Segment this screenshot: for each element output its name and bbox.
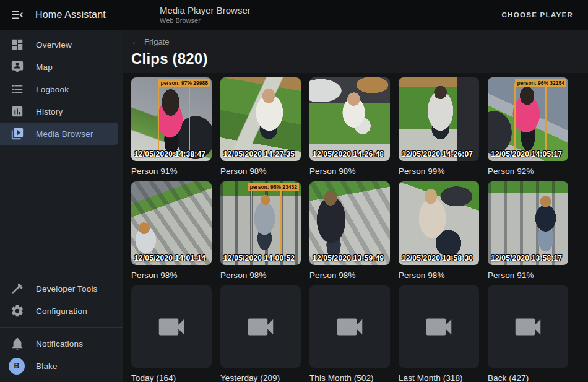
clip-timestamp: 12/05/2020 14:27:35 bbox=[223, 150, 295, 158]
folder-card-back[interactable]: Back (427) bbox=[488, 285, 568, 382]
clip-timestamp: 12/05/2020 14:00:52 bbox=[223, 254, 295, 263]
clip-timestamp: 12/05/2020 14:38:47 bbox=[134, 150, 205, 158]
clip-card[interactable]: 12/05/2020 14:27:35 Person 98% bbox=[220, 77, 301, 181]
clip-timestamp: 12/05/2020 13:58:30 bbox=[402, 254, 473, 263]
clip-card[interactable]: 12/05/2020 14:26:48 Person 98% bbox=[309, 77, 390, 181]
clips-row-2: 12/05/2020 14:01:14 Person 98% person: 9… bbox=[131, 181, 579, 285]
account-tooltip-icon bbox=[10, 59, 25, 74]
clip-thumbnail: 12/05/2020 13:59:49 bbox=[309, 181, 390, 265]
folder-thumbnail bbox=[488, 285, 568, 368]
folder-label: Yesterday (209) bbox=[220, 368, 301, 382]
detection-tag: person: 95% 23432 bbox=[248, 183, 299, 191]
clip-thumbnail: 12/05/2020 13:58:17 bbox=[488, 181, 568, 265]
folder-card-today[interactable]: Today (164) bbox=[131, 285, 212, 382]
sidebar-item-label: Map bbox=[36, 63, 53, 72]
sidebar-item-configuration[interactable]: Configuration bbox=[0, 300, 118, 322]
sidebar-item-label: Notifications bbox=[36, 339, 83, 349]
screen-subtitle: Web Browser bbox=[160, 16, 251, 25]
clip-thumbnail: 12/05/2020 14:01:14 bbox=[131, 181, 212, 265]
sidebar-item-label: Overview bbox=[36, 40, 72, 50]
sidebar-item-map[interactable]: Map bbox=[0, 56, 118, 78]
list-bulleted-icon bbox=[10, 82, 25, 97]
detection-tag: person: 97% 29988 bbox=[158, 79, 210, 87]
sidebar-item-label: History bbox=[36, 107, 63, 116]
sidebar-item-label: Configuration bbox=[36, 306, 87, 316]
clip-card[interactable]: 12/05/2020 13:59:49 Person 98% bbox=[309, 181, 390, 285]
folders-row: Today (164) Yesterday (209) bbox=[131, 285, 579, 382]
sidebar-item-profile[interactable]: B Blake bbox=[0, 355, 118, 377]
detection-bbox bbox=[158, 83, 190, 153]
video-camera-icon bbox=[511, 310, 545, 344]
sidebar-item-media-browser[interactable]: Media Browser bbox=[0, 123, 118, 145]
clip-timestamp: 12/05/2020 14:01:14 bbox=[134, 254, 205, 263]
clip-card[interactable]: 12/05/2020 13:58:30 Person 98% bbox=[399, 181, 479, 285]
avatar-initial: B bbox=[9, 358, 25, 375]
clip-card[interactable]: 12/05/2020 14:01:14 Person 98% bbox=[131, 181, 212, 285]
sidebar-divider bbox=[0, 327, 123, 328]
sidebar-item-overview[interactable]: Overview bbox=[0, 33, 118, 56]
folder-label: Last Month (318) bbox=[399, 368, 479, 382]
video-camera-icon bbox=[155, 310, 188, 344]
view-dashboard-icon bbox=[10, 37, 25, 52]
folder-thumbnail bbox=[309, 285, 390, 368]
clip-thumbnail: person: 95% 23432 12/05/2020 14:00:52 bbox=[220, 181, 301, 265]
sidebar-item-history[interactable]: History bbox=[0, 100, 118, 123]
top-app-bar: Home Assistant Media Player Browser Web … bbox=[0, 0, 588, 30]
play-box-multiple-icon bbox=[10, 126, 25, 141]
choose-player-button[interactable]: CHOOSE PLAYER bbox=[496, 6, 578, 24]
clip-caption: Person 98% bbox=[220, 161, 301, 181]
app-title: Home Assistant bbox=[35, 9, 106, 20]
clip-thumbnail: 12/05/2020 14:26:07 bbox=[399, 77, 479, 161]
clip-timestamp: 12/05/2020 14:26:48 bbox=[313, 150, 384, 158]
user-avatar: B bbox=[10, 358, 25, 373]
clip-card[interactable]: person: 95% 23432 12/05/2020 14:00:52 Pe… bbox=[220, 181, 301, 285]
clips-grid: person: 97% 29988 12/05/2020 14:38:47 Pe… bbox=[123, 73, 588, 382]
folder-thumbnail bbox=[220, 285, 301, 368]
clip-caption: Person 91% bbox=[488, 265, 568, 285]
folder-card-yesterday[interactable]: Yesterday (209) bbox=[220, 285, 301, 382]
sidebar-item-label: Media Browser bbox=[36, 129, 93, 139]
sidebar-toggle-button[interactable] bbox=[5, 2, 30, 27]
clip-card[interactable]: person: 97% 29988 12/05/2020 14:38:47 Pe… bbox=[131, 77, 212, 181]
media-browser-content: ← Frigate Clips (820) person: 97% 29988 … bbox=[123, 30, 588, 382]
folder-label: Back (427) bbox=[488, 368, 568, 382]
clip-caption: Person 98% bbox=[131, 265, 212, 285]
clip-thumbnail: 12/05/2020 14:26:48 bbox=[309, 77, 390, 161]
clip-timestamp: 12/05/2020 13:59:49 bbox=[313, 254, 384, 263]
sidebar-item-label: Developer Tools bbox=[36, 284, 98, 293]
screen-title: Media Player Browser bbox=[160, 5, 251, 16]
folder-thumbnail bbox=[399, 285, 479, 368]
breadcrumb-back-frigate[interactable]: ← Frigate bbox=[131, 35, 169, 48]
user-name: Blake bbox=[36, 362, 58, 371]
topbar-left: Home Assistant bbox=[0, 2, 123, 27]
clip-card[interactable]: 12/05/2020 14:26:07 Person 99% bbox=[399, 77, 479, 181]
hammer-icon bbox=[10, 281, 25, 296]
sidebar-item-logbook[interactable]: Logbook bbox=[0, 78, 118, 100]
video-camera-icon bbox=[333, 310, 366, 344]
clip-caption: Person 99% bbox=[399, 161, 479, 181]
clip-caption: Person 98% bbox=[309, 161, 390, 181]
menu-open-icon bbox=[11, 8, 24, 22]
sidebar: Overview Map Logbook History bbox=[0, 30, 123, 382]
clip-thumbnail: 12/05/2020 14:27:35 bbox=[220, 77, 301, 161]
folder-label: Today (164) bbox=[131, 368, 212, 382]
folder-card-last-month[interactable]: Last Month (318) bbox=[399, 285, 479, 382]
clip-caption: Person 92% bbox=[488, 161, 568, 181]
folder-card-this-month[interactable]: This Month (502) bbox=[309, 285, 390, 382]
clip-card[interactable]: 12/05/2020 13:58:17 Person 91% bbox=[488, 181, 568, 285]
clip-card[interactable]: person: 96% 32154 12/05/2020 14:05:17 Pe… bbox=[488, 77, 568, 181]
page-header: ← Frigate Clips (820) bbox=[123, 30, 588, 73]
video-camera-icon bbox=[244, 310, 277, 344]
detection-bbox bbox=[251, 190, 281, 257]
clip-caption: Person 98% bbox=[220, 265, 301, 285]
clip-timestamp: 12/05/2020 13:58:17 bbox=[491, 254, 562, 263]
sidebar-item-developer-tools[interactable]: Developer Tools bbox=[0, 277, 118, 300]
breadcrumb-label: Frigate bbox=[144, 37, 169, 46]
clip-thumbnail: person: 96% 32154 12/05/2020 14:05:17 bbox=[488, 77, 568, 161]
clip-timestamp: 12/05/2020 14:26:07 bbox=[402, 150, 473, 158]
sidebar-item-label: Logbook bbox=[36, 85, 69, 94]
chart-box-icon bbox=[10, 104, 25, 119]
clip-caption: Person 98% bbox=[309, 265, 390, 285]
video-camera-icon bbox=[422, 310, 456, 344]
sidebar-item-notifications[interactable]: Notifications bbox=[0, 332, 118, 355]
